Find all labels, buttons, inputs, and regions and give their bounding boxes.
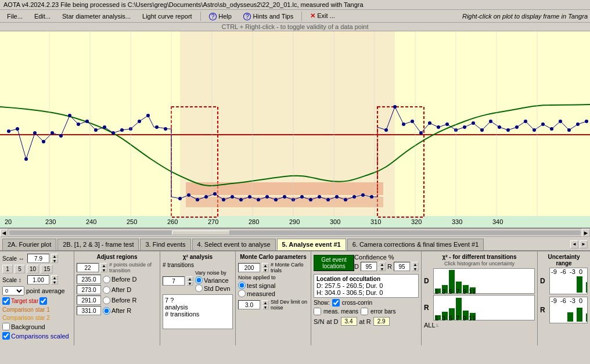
vary-noise-label: Vary noise by [195,270,230,276]
tab-arrow-right[interactable]: ► [580,240,588,248]
d-conf-input[interactable] [361,262,377,271]
scale-h-down[interactable]: ▼ [51,258,58,263]
measured-radio[interactable] [238,290,246,297]
mc-trials-input[interactable] [238,263,260,272]
region3-input[interactable] [77,295,101,305]
hints-label: Hints and Tips [253,13,294,20]
svg-text:230: 230 [45,218,56,225]
scroll-left-btn[interactable]: ◄ [0,229,8,237]
comparisons-checkbox[interactable] [2,332,10,340]
target-star-checkbox2[interactable] [39,297,47,305]
r-histogram[interactable]: 1 3 5 7 9 11 [433,295,535,320]
scroll-track[interactable] [9,230,581,235]
r-conf-input[interactable] [394,262,410,271]
scale-v-up[interactable]: ▲ [51,275,58,280]
file-menu[interactable]: File... [2,12,27,21]
transitions-down[interactable]: ▼ [186,281,193,286]
region4-radio[interactable] [103,307,110,315]
all-row: ALL L [424,322,535,329]
stddevn-radio[interactable] [195,284,203,292]
error-bars-checkbox[interactable] [361,308,368,315]
scroll-right-btn[interactable]: ► [582,229,590,237]
r-chart-label: R [424,304,433,312]
cross-corrin-checkbox[interactable] [332,299,340,307]
adjust-points-input[interactable] [77,263,99,272]
hint-bar: CTRL + Right-click - to toggle validity … [0,23,590,31]
variance-radio[interactable] [195,276,203,284]
region1-input[interactable] [77,275,101,284]
tab-4[interactable]: 4. Select event to analyse [192,239,276,250]
background-checkbox[interactable] [2,323,10,330]
hints-icon: ? [243,13,251,20]
svg-rect-133 [586,282,587,293]
at-r-label: at R [359,318,371,325]
svg-point-15 [59,134,63,138]
light-curve-menu[interactable]: Light curve report [138,12,197,21]
svg-text:3: 3 [442,315,445,321]
scale-15-btn[interactable]: 15 [41,265,53,273]
edit-menu[interactable]: Edit... [30,12,55,21]
scale-h-up[interactable]: ▲ [51,254,58,258]
scale-v-input[interactable] [27,275,49,284]
target-star-checkbox[interactable] [2,297,10,305]
all-label: ALL [424,322,436,329]
svg-text:0: 0 [579,297,582,304]
region1-radio[interactable] [103,276,110,283]
adjust-points-down[interactable]: ▼ [100,268,107,272]
tab-2b[interactable]: 2B. [1, 2 & 3] - frame test [57,239,139,250]
tab-6[interactable]: 6. Camera corrections & final times Even… [347,239,484,250]
tab-arrow-left[interactable]: ◄ [570,240,578,248]
d-confidence-row: D ▲ ▼ R ▲ ▼ [354,262,419,271]
scale-v-down[interactable]: ▼ [51,280,58,284]
std-dev-down[interactable]: ▼ [262,305,269,309]
scale-10-btn[interactable]: 10 [27,265,39,273]
scroll-thumb[interactable] [172,230,230,235]
std-dev-up[interactable]: ▲ [262,300,269,305]
tab-2a[interactable]: 2A. Fourier plot [2,239,56,250]
background-label: Background [11,323,45,330]
mc-trials-up[interactable]: ▲ [262,263,269,268]
scale-h-input[interactable] [27,254,49,263]
region2-radio[interactable] [103,286,110,294]
meas-means-checkbox[interactable] [314,308,321,315]
r-conf-down[interactable]: ▼ [412,266,419,271]
d-histogram[interactable]: 1 3 5 7 9 11 [433,268,535,294]
adjust-points-up[interactable]: ▲ [100,263,107,268]
region4-input[interactable] [77,306,101,315]
occultation-title: Location of occultation [316,276,416,282]
svg-text:270: 270 [208,218,218,225]
transitions-input[interactable] [163,276,185,286]
d-chart-row: D 1 3 5 7 9 11 [424,268,535,294]
transitions-up[interactable]: ▲ [186,276,193,281]
chart-scrollbar[interactable]: ◄ ► [0,229,590,237]
test-signal-radio[interactable] [238,282,246,289]
confidence-label: Confidence % [354,254,419,261]
test-signal-label: test signal [238,282,308,289]
d-conf-down[interactable]: ▼ [379,266,386,271]
tab-5[interactable]: 5. Analyse event #1 [277,239,346,250]
at-d-label: at D [326,318,338,325]
r-conf-up[interactable]: ▲ [412,262,419,266]
help-menu[interactable]: ? Help [204,12,236,21]
std-dev-label: Std Dev limit on noise [271,299,308,311]
region2-input[interactable] [77,285,101,294]
mc-trials-down[interactable]: ▼ [262,268,269,272]
point-avg-row: 0123 point average [2,286,71,295]
r-unc-label: R [540,306,549,314]
svg-point-36 [248,195,251,199]
region3-radio[interactable] [103,297,110,304]
tab-3[interactable]: 3. Find events [140,239,190,250]
svg-point-72 [567,128,571,132]
scale-v-row: Scale ↕ ▲ ▼ [2,275,71,284]
d-conf-up[interactable]: ▲ [379,262,386,266]
scale-5-btn[interactable]: 5 [15,265,25,273]
get-event-btn[interactable]: Get event locations [314,255,354,271]
star-diameter-menu[interactable]: Star diameter analysis... [57,12,135,21]
std-dev-input[interactable] [238,300,260,309]
scale-1-btn[interactable]: 1 [2,265,13,273]
hints-menu[interactable]: ? Hints and Tips [239,12,298,21]
point-avg-select[interactable]: 0123 [2,286,24,295]
d-unc-histogram: -9 -6 -3 0 3 6 9 [549,268,588,294]
exit-menu[interactable]: ✕ Exit ... [305,11,340,21]
show-label: Show: [314,300,330,306]
